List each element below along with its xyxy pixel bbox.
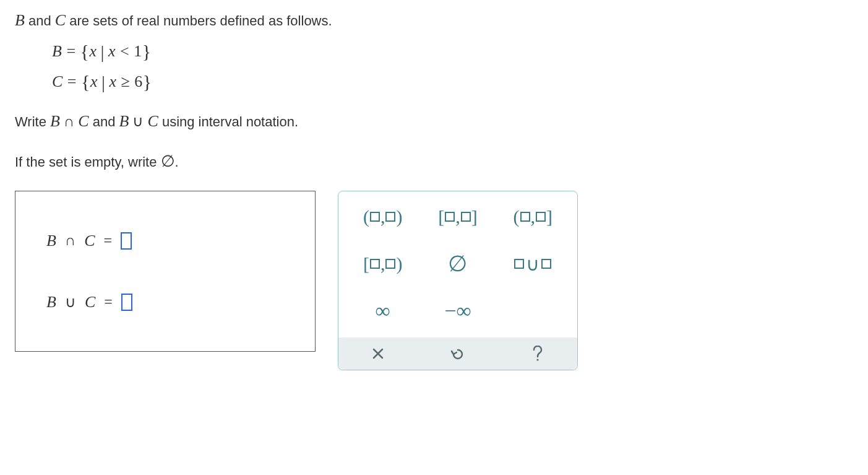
- answer-intersection-op: ∩: [65, 232, 75, 249]
- palette-grid: (,) [,] (,] [,) ∅ ∪ ∞ −∞: [348, 199, 567, 329]
- union-button[interactable]: ∪: [499, 246, 567, 282]
- instruction-write: Write: [15, 114, 50, 129]
- help-icon: [531, 346, 544, 362]
- svg-point-0: [536, 359, 538, 360]
- prompt-intro: B and C are sets of real numbers defined…: [15, 11, 853, 30]
- work-area: B ∩ C = B ∪ C = (,) [,] (,] [,) ∅ ∪ ∞ −∞: [15, 191, 853, 370]
- answer-union-op: ∪: [65, 294, 76, 311]
- answer-union: B ∪ C =: [46, 293, 296, 312]
- symbol-palette: (,) [,] (,] [,) ∅ ∪ ∞ −∞: [338, 191, 578, 370]
- interval-closed-closed-button[interactable]: [,]: [423, 199, 492, 235]
- var-b: B: [15, 11, 25, 29]
- answer-union-eq: =: [104, 294, 113, 310]
- intro-post: are sets of real numbers defined as foll…: [66, 13, 332, 28]
- instruction-c1: C: [78, 112, 88, 130]
- intersection-symbol: ∩: [60, 113, 78, 129]
- close-icon: [371, 347, 385, 360]
- answer-intersection: B ∩ C =: [46, 232, 296, 250]
- instruction-empty-pre: If the set is empty, write: [15, 154, 161, 170]
- instruction-line-2: If the set is empty, write ∅.: [15, 149, 853, 173]
- answer-box: B ∩ C = B ∪ C =: [15, 191, 316, 352]
- instruction-and: and: [89, 114, 119, 129]
- infinity-icon: ∞: [376, 300, 390, 321]
- definition-b: B = {x|x < 1}: [52, 41, 853, 63]
- answer-intersection-c: C: [84, 232, 95, 250]
- empty-set-symbol: ∅: [161, 152, 175, 170]
- clear-button[interactable]: [338, 338, 418, 370]
- palette-footer: [338, 338, 577, 370]
- negative-infinity-icon: −∞: [444, 300, 471, 321]
- answer-union-b: B: [46, 293, 56, 312]
- instruction-b1: B: [50, 112, 60, 130]
- intro-mid: and: [25, 13, 55, 28]
- empty-set-button[interactable]: ∅: [423, 246, 492, 282]
- answer-intersection-input[interactable]: [121, 232, 132, 250]
- interval-closed-open-button[interactable]: [,): [348, 246, 417, 282]
- union-symbol: ∪: [129, 113, 147, 129]
- answer-intersection-eq: =: [104, 232, 113, 249]
- infinity-button[interactable]: ∞: [348, 293, 417, 329]
- instruction-empty-post: .: [175, 154, 179, 170]
- negative-infinity-button[interactable]: −∞: [423, 293, 492, 329]
- answer-union-c: C: [85, 293, 95, 312]
- instruction-b2: B: [119, 112, 129, 130]
- answer-union-input[interactable]: [121, 294, 132, 311]
- interval-open-open-button[interactable]: (,): [348, 199, 417, 235]
- definition-b-lhs: B: [52, 42, 62, 60]
- undo-icon: [450, 346, 466, 361]
- undo-button[interactable]: [418, 338, 498, 370]
- empty-set-icon: ∅: [448, 251, 467, 277]
- instruction-line-1: Write B ∩ C and B ∪ C using interval not…: [15, 109, 853, 133]
- answer-intersection-b: B: [46, 232, 56, 250]
- instruction-c2: C: [147, 112, 158, 130]
- definition-c-lhs: C: [52, 72, 63, 90]
- instruction-tail: using interval notation.: [158, 114, 298, 129]
- var-c: C: [55, 11, 66, 29]
- interval-open-closed-button[interactable]: (,]: [499, 199, 567, 235]
- help-button[interactable]: [497, 338, 577, 370]
- definition-c: C = {x|x ≥ 6}: [52, 71, 853, 93]
